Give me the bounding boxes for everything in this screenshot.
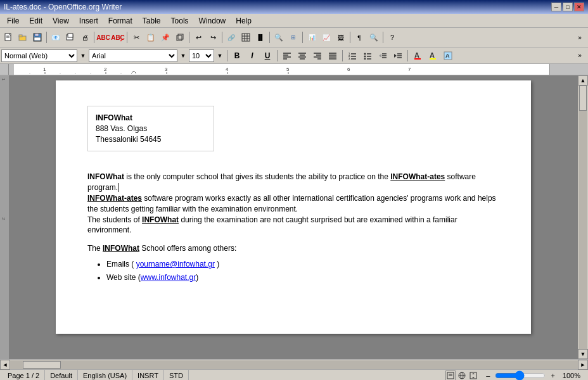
ruler: 1 2 3 4 5 6 7: [0, 64, 588, 75]
svg-text:A: A: [414, 51, 419, 59]
show-draw-button[interactable]: ▐▌: [253, 30, 267, 44]
website-link[interactable]: www.infowhat.gr: [141, 273, 196, 282]
svg-text:1: 1: [43, 66, 46, 72]
document-area[interactable]: INFOWhat 888 Vas. Olgas Thessaloniki 546…: [9, 75, 578, 359]
paragraph-style-combo[interactable]: Normal (Web): [1, 49, 77, 62]
align-center-button[interactable]: [295, 49, 309, 62]
autocorrect-button[interactable]: ABC✓: [111, 30, 125, 44]
font-color-button[interactable]: A: [411, 49, 425, 62]
align-left-button[interactable]: [280, 49, 294, 62]
minimize-button[interactable]: ─: [551, 3, 561, 11]
char-bg-button[interactable]: A: [441, 49, 455, 62]
bullet-web-prefix: Web site (: [106, 273, 141, 282]
p3-prefix: The students of: [87, 215, 142, 224]
cut-button[interactable]: ✂: [129, 30, 143, 44]
p3-bold: INFOWhat: [142, 215, 179, 224]
scroll-thumb-v[interactable]: [579, 86, 587, 111]
svg-rect-9: [68, 34, 73, 37]
list-item-website: Web site (www.infowhat.gr): [106, 272, 499, 283]
menu-edit[interactable]: Edit: [25, 15, 47, 27]
scroll-track-h[interactable]: [10, 360, 578, 369]
menu-insert[interactable]: Insert: [75, 15, 103, 27]
bold-button[interactable]: B: [230, 49, 244, 62]
maximize-button[interactable]: □: [563, 3, 573, 11]
print-button[interactable]: 🖨: [78, 30, 92, 44]
zoom-level: 100%: [558, 372, 585, 379]
email-button[interactable]: 📧: [49, 30, 63, 44]
save-button[interactable]: [30, 30, 44, 44]
menu-view[interactable]: View: [48, 15, 74, 27]
align-right-button[interactable]: [310, 49, 324, 62]
find-button[interactable]: 🔍: [272, 30, 286, 44]
italic-button[interactable]: I: [245, 49, 259, 62]
datasource-button[interactable]: 📊: [305, 30, 319, 44]
document-content[interactable]: INFOWhat 888 Vas. Olgas Thessaloniki 546…: [87, 106, 499, 283]
zoom-minus[interactable]: –: [486, 372, 490, 379]
scroll-track-v[interactable]: [578, 86, 587, 349]
menu-format[interactable]: Format: [104, 15, 137, 27]
extend-button[interactable]: »: [573, 30, 587, 44]
zoom-slider[interactable]: [495, 372, 546, 379]
extend-fmt-button[interactable]: »: [573, 49, 587, 63]
new-button[interactable]: [1, 30, 15, 44]
hyperlink-button[interactable]: 🔗: [224, 30, 238, 44]
copy-button[interactable]: 📋: [144, 30, 158, 44]
menu-table[interactable]: Table: [138, 15, 165, 27]
paste-button[interactable]: 📌: [158, 30, 172, 44]
zoom-button[interactable]: 🔍: [367, 30, 381, 44]
decrease-indent-button[interactable]: [376, 49, 390, 62]
sep1: [46, 32, 47, 43]
status-bar: Page 1 / 2 Default English (USA) INSRT S…: [0, 369, 588, 380]
style-dropdown-btn[interactable]: ▼: [79, 49, 87, 63]
increase-indent-button[interactable]: [391, 49, 405, 62]
view-full-button[interactable]: [468, 370, 478, 381]
view-web-button[interactable]: [457, 370, 467, 381]
undo-button[interactable]: ↩: [191, 30, 205, 44]
sep-fmt3: [342, 50, 343, 61]
svg-text:A: A: [445, 53, 450, 59]
unordered-list-button[interactable]: [361, 49, 374, 62]
menu-file[interactable]: File: [3, 15, 23, 27]
email-link[interactable]: yourname@infowhat.gr: [136, 260, 215, 269]
size-dropdown-btn[interactable]: ▼: [215, 49, 224, 63]
menu-help[interactable]: Help: [231, 15, 256, 27]
list-item-email: Emails ( yourname@infowhat.gr ): [106, 259, 499, 270]
clone-button[interactable]: [173, 30, 187, 44]
menu-window[interactable]: Window: [195, 15, 231, 27]
justify-button[interactable]: [326, 49, 340, 62]
chart-button[interactable]: 📈: [319, 30, 333, 44]
zoom-plus[interactable]: +: [551, 372, 554, 379]
help-button[interactable]: ?: [385, 30, 399, 44]
open-button[interactable]: [16, 30, 30, 44]
spellcheck-button[interactable]: ABC: [96, 30, 110, 44]
close-button[interactable]: ✕: [574, 3, 584, 11]
selection-mode[interactable]: STD: [164, 370, 189, 380]
underline-button[interactable]: U: [260, 49, 274, 62]
p4-prefix: The: [87, 244, 103, 253]
scroll-thumb-h[interactable]: [23, 361, 61, 369]
font-name-combo[interactable]: Arial: [89, 49, 177, 62]
svg-point-39: [364, 53, 366, 54]
scroll-up-button[interactable]: ▲: [578, 75, 588, 86]
menu-tools[interactable]: Tools: [167, 15, 193, 27]
nonprint-button[interactable]: ¶: [352, 30, 366, 44]
font-size-combo[interactable]: 10: [189, 49, 214, 62]
scroll-right-button[interactable]: ►: [578, 360, 588, 370]
navigator-button[interactable]: ⊞: [286, 30, 300, 44]
insert-mode[interactable]: INSRT: [132, 370, 164, 380]
view-normal-button[interactable]: [445, 370, 456, 381]
print-preview-button[interactable]: [63, 30, 77, 44]
scroll-left-button[interactable]: ◄: [0, 360, 10, 370]
table-button[interactable]: [239, 30, 253, 44]
scroll-down-button[interactable]: ▼: [578, 349, 588, 359]
ordered-list-button[interactable]: 1.2.3.: [345, 49, 359, 62]
text-cursor: [118, 183, 118, 192]
image-button[interactable]: 🖼: [334, 30, 348, 44]
font-dropdown-btn[interactable]: ▼: [179, 49, 188, 63]
bullet-web-suffix: ): [196, 273, 198, 282]
redo-button[interactable]: ↪: [206, 30, 220, 44]
highlight-button[interactable]: A: [426, 49, 440, 62]
svg-rect-54: [430, 58, 436, 60]
paragraph-3: The students of INFOWhat during the exam…: [87, 215, 499, 236]
svg-text:2: 2: [104, 66, 107, 72]
